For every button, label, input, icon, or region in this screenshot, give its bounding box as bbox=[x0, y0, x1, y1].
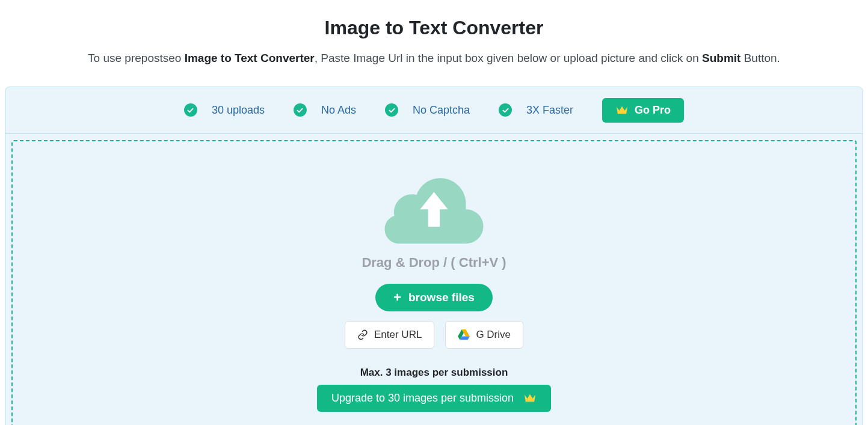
check-icon bbox=[499, 103, 512, 117]
feature-30-uploads: 30 uploads bbox=[184, 103, 265, 117]
plus-icon: + bbox=[393, 291, 401, 304]
gdrive-label: G Drive bbox=[476, 329, 511, 341]
link-icon bbox=[357, 329, 368, 340]
subtitle-bold-2: Submit bbox=[702, 52, 740, 64]
drag-drop-text: Drag & Drop / ( Ctrl+V ) bbox=[362, 255, 506, 271]
feature-label: 30 uploads bbox=[212, 104, 265, 117]
check-icon bbox=[184, 103, 197, 117]
check-icon bbox=[385, 103, 398, 117]
upgrade-label: Upgrade to 30 images per submission bbox=[331, 392, 514, 405]
google-drive-icon bbox=[458, 329, 470, 340]
subtitle-bold-1: Image to Text Converter bbox=[185, 52, 315, 64]
go-pro-label: Go Pro bbox=[635, 104, 671, 117]
upgrade-button[interactable]: Upgrade to 30 images per submission bbox=[317, 385, 551, 412]
feature-no-ads: No Ads bbox=[294, 103, 356, 117]
feature-label: 3X Faster bbox=[526, 104, 573, 117]
browse-label: browse files bbox=[408, 291, 475, 304]
main-panel: 30 uploads No Ads No Captcha 3X Faster G bbox=[5, 87, 863, 426]
enter-url-label: Enter URL bbox=[374, 329, 422, 341]
google-drive-button[interactable]: G Drive bbox=[445, 321, 523, 349]
subtitle-post: Button. bbox=[740, 52, 780, 64]
browse-files-button[interactable]: + browse files bbox=[375, 284, 493, 311]
go-pro-button[interactable]: Go Pro bbox=[602, 98, 684, 123]
feature-3x-faster: 3X Faster bbox=[499, 103, 573, 117]
feature-label: No Ads bbox=[321, 104, 356, 117]
check-icon bbox=[294, 103, 307, 117]
feature-no-captcha: No Captcha bbox=[385, 103, 470, 117]
max-images-text: Max. 3 images per submission bbox=[360, 367, 508, 379]
dropzone[interactable]: Drag & Drop / ( Ctrl+V ) + browse files … bbox=[11, 140, 857, 426]
enter-url-button[interactable]: Enter URL bbox=[345, 321, 434, 349]
subtitle-pre: To use prepostseo bbox=[88, 52, 185, 64]
subtitle-mid: , Paste Image Url in the input box given… bbox=[315, 52, 702, 64]
page-title: Image to Text Converter bbox=[36, 17, 832, 39]
page-subtitle: To use prepostseo Image to Text Converte… bbox=[36, 50, 832, 67]
feature-label: No Captcha bbox=[413, 104, 470, 117]
cloud-upload-icon bbox=[381, 167, 487, 248]
features-bar: 30 uploads No Ads No Captcha 3X Faster G bbox=[5, 87, 863, 134]
crown-icon bbox=[523, 393, 537, 403]
crown-icon bbox=[615, 105, 629, 115]
